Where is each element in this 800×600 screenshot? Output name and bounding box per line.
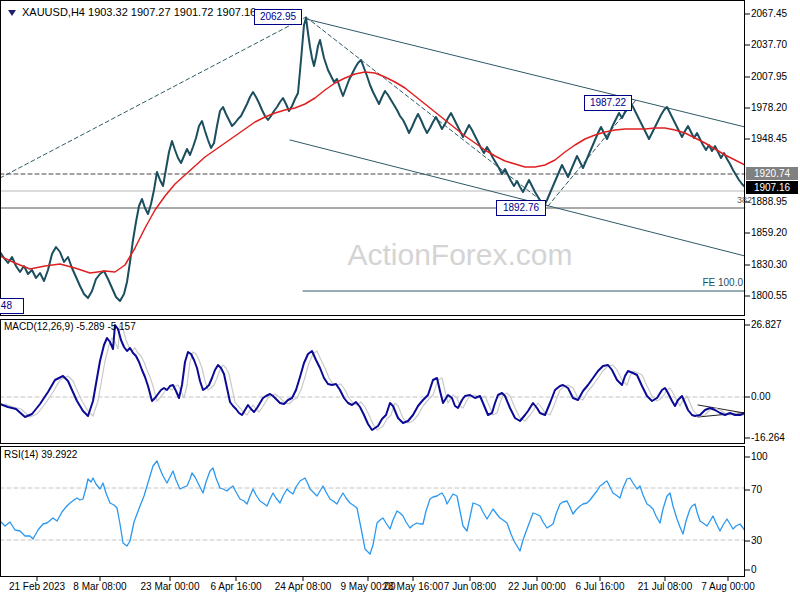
price-trendline-0: [0, 17, 306, 178]
series-layer: [0, 18, 750, 554]
rsi-panel-border: [1, 447, 745, 577]
price-trendline-4: [290, 140, 745, 256]
price-line: [0, 18, 745, 301]
chart-canvas[interactable]: [0, 0, 800, 600]
price-panel-border: [1, 1, 745, 316]
price-trendline-1: [306, 17, 548, 206]
macd-line: [0, 325, 745, 430]
chart-root: ActionForex.com XAUUSD,H4 1903.32 1907.2…: [0, 0, 800, 600]
symbol-dropdown-icon[interactable]: [8, 10, 16, 16]
moving_average-line: [0, 72, 745, 273]
